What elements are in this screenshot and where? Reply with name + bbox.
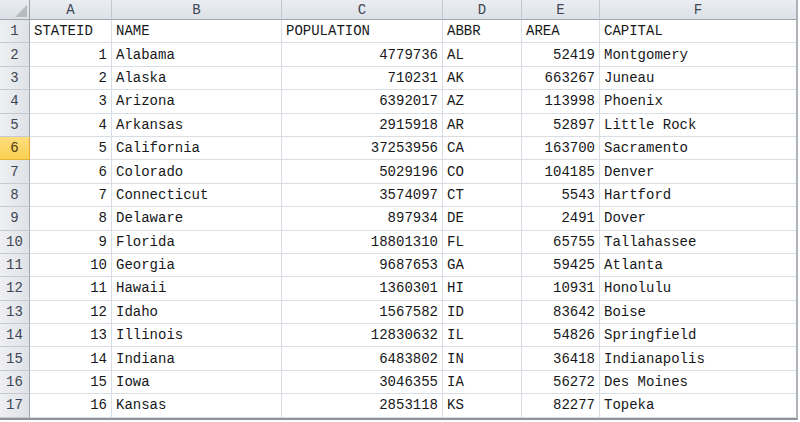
cell-B11[interactable]: Georgia: [112, 254, 282, 277]
cell-F11[interactable]: Atlanta: [600, 254, 796, 277]
cell-A1[interactable]: STATEID: [30, 20, 112, 43]
cell-A14[interactable]: 13: [30, 324, 112, 347]
row-header-7[interactable]: 7: [0, 160, 30, 183]
row-header-8[interactable]: 8: [0, 184, 30, 207]
row-header-1[interactable]: 1: [0, 20, 30, 43]
cell-D2[interactable]: AL: [443, 43, 522, 66]
cell-F8[interactable]: Hartford: [600, 184, 796, 207]
cell-F1[interactable]: CAPITAL: [600, 20, 796, 43]
cell-A15[interactable]: 14: [30, 347, 112, 370]
column-header-E[interactable]: E: [522, 0, 600, 20]
cell-E16[interactable]: 56272: [522, 371, 600, 394]
row-header-9[interactable]: 9: [0, 207, 30, 230]
cell-D17[interactable]: KS: [443, 394, 522, 417]
row-header-16[interactable]: 16: [0, 371, 30, 394]
cell-A17[interactable]: 16: [30, 394, 112, 417]
row-header-4[interactable]: 4: [0, 90, 30, 113]
cell-F13[interactable]: Boise: [600, 301, 796, 324]
row-header-14[interactable]: 14: [0, 324, 30, 347]
cell-E12[interactable]: 10931: [522, 277, 600, 300]
cell-B7[interactable]: Colorado: [112, 160, 282, 183]
cell-B5[interactable]: Arkansas: [112, 114, 282, 137]
cell-D1[interactable]: ABBR: [443, 20, 522, 43]
cell-C16[interactable]: 3046355: [282, 371, 443, 394]
cell-E4[interactable]: 113998: [522, 90, 600, 113]
row-header-3[interactable]: 3: [0, 67, 30, 90]
cell-A6[interactable]: 5: [30, 137, 112, 160]
cell-F2[interactable]: Montgomery: [600, 43, 796, 66]
cell-F15[interactable]: Indianapolis: [600, 347, 796, 370]
cell-F10[interactable]: Tallahassee: [600, 231, 796, 254]
cell-D9[interactable]: DE: [443, 207, 522, 230]
cell-A3[interactable]: 2: [30, 67, 112, 90]
cell-A4[interactable]: 3: [30, 90, 112, 113]
cell-B13[interactable]: Idaho: [112, 301, 282, 324]
row-header-2[interactable]: 2: [0, 43, 30, 66]
column-header-C[interactable]: C: [282, 0, 443, 20]
cell-A9[interactable]: 8: [30, 207, 112, 230]
cell-E17[interactable]: 82277: [522, 394, 600, 417]
cell-E3[interactable]: 663267: [522, 67, 600, 90]
cell-A2[interactable]: 1: [30, 43, 112, 66]
row-header-6[interactable]: 6: [0, 137, 30, 160]
cell-B14[interactable]: Illinois: [112, 324, 282, 347]
cell-C10[interactable]: 18801310: [282, 231, 443, 254]
column-header-B[interactable]: B: [112, 0, 282, 20]
cell-D16[interactable]: IA: [443, 371, 522, 394]
cell-C15[interactable]: 6483802: [282, 347, 443, 370]
cell-F3[interactable]: Juneau: [600, 67, 796, 90]
select-all-corner[interactable]: [0, 0, 30, 20]
cell-D14[interactable]: IL: [443, 324, 522, 347]
cell-C3[interactable]: 710231: [282, 67, 443, 90]
row-header-12[interactable]: 12: [0, 277, 30, 300]
cell-E11[interactable]: 59425: [522, 254, 600, 277]
cell-A16[interactable]: 15: [30, 371, 112, 394]
cell-D6[interactable]: CA: [443, 137, 522, 160]
column-header-D[interactable]: D: [443, 0, 522, 20]
cell-D5[interactable]: AR: [443, 114, 522, 137]
cell-C5[interactable]: 2915918: [282, 114, 443, 137]
column-header-F[interactable]: F: [600, 0, 796, 20]
cell-C9[interactable]: 897934: [282, 207, 443, 230]
cell-E10[interactable]: 65755: [522, 231, 600, 254]
cell-B12[interactable]: Hawaii: [112, 277, 282, 300]
cell-A7[interactable]: 6: [30, 160, 112, 183]
cell-D10[interactable]: FL: [443, 231, 522, 254]
row-header-11[interactable]: 11: [0, 254, 30, 277]
cell-B8[interactable]: Connecticut: [112, 184, 282, 207]
cell-F12[interactable]: Honolulu: [600, 277, 796, 300]
cell-C1[interactable]: POPULATION: [282, 20, 443, 43]
cell-F17[interactable]: Topeka: [600, 394, 796, 417]
column-header-A[interactable]: A: [30, 0, 112, 20]
cell-F7[interactable]: Denver: [600, 160, 796, 183]
cell-A13[interactable]: 12: [30, 301, 112, 324]
cell-B16[interactable]: Iowa: [112, 371, 282, 394]
cell-B15[interactable]: Indiana: [112, 347, 282, 370]
cell-B10[interactable]: Florida: [112, 231, 282, 254]
cell-E7[interactable]: 104185: [522, 160, 600, 183]
cell-B6[interactable]: California: [112, 137, 282, 160]
cell-D11[interactable]: GA: [443, 254, 522, 277]
cell-D15[interactable]: IN: [443, 347, 522, 370]
cell-B3[interactable]: Alaska: [112, 67, 282, 90]
row-header-10[interactable]: 10: [0, 231, 30, 254]
cell-E14[interactable]: 54826: [522, 324, 600, 347]
cell-F4[interactable]: Phoenix: [600, 90, 796, 113]
cell-D3[interactable]: AK: [443, 67, 522, 90]
cell-E8[interactable]: 5543: [522, 184, 600, 207]
cell-C14[interactable]: 12830632: [282, 324, 443, 347]
row-header-15[interactable]: 15: [0, 347, 30, 370]
cell-F6[interactable]: Sacramento: [600, 137, 796, 160]
cell-A8[interactable]: 7: [30, 184, 112, 207]
cell-E5[interactable]: 52897: [522, 114, 600, 137]
cell-B9[interactable]: Delaware: [112, 207, 282, 230]
cell-B2[interactable]: Alabama: [112, 43, 282, 66]
cell-C13[interactable]: 1567582: [282, 301, 443, 324]
row-header-13[interactable]: 13: [0, 301, 30, 324]
cell-E9[interactable]: 2491: [522, 207, 600, 230]
cell-C12[interactable]: 1360301: [282, 277, 443, 300]
cell-A12[interactable]: 11: [30, 277, 112, 300]
cell-F5[interactable]: Little Rock: [600, 114, 796, 137]
cell-F14[interactable]: Springfield: [600, 324, 796, 347]
cell-D4[interactable]: AZ: [443, 90, 522, 113]
